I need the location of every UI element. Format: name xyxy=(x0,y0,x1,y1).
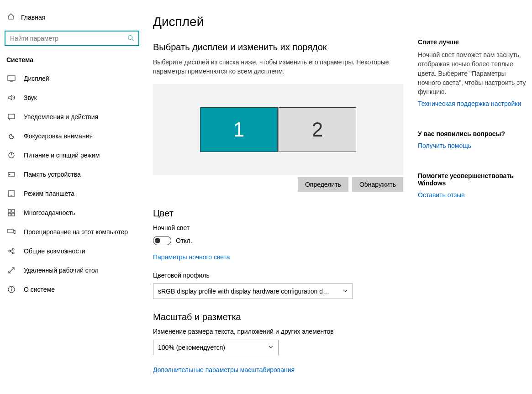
nav-sound[interactable]: Звук xyxy=(5,88,139,107)
nav-about[interactable]: О системе xyxy=(5,280,139,299)
nav-label: Звук xyxy=(24,94,37,101)
nav-storage[interactable]: Память устройства xyxy=(5,165,139,184)
right-panel: Спите лучше Ночной свет поможет вам засн… xyxy=(409,15,527,394)
nav-label: Питание и спящий режим xyxy=(24,152,100,159)
toggle-state-label: Откл. xyxy=(176,237,192,244)
svg-point-0 xyxy=(128,35,132,39)
nav-label: О системе xyxy=(24,286,55,293)
rp-fb-link[interactable]: Оставить отзыв xyxy=(418,191,465,199)
svg-line-19 xyxy=(11,250,12,251)
color-heading: Цвет xyxy=(153,208,409,219)
search-icon xyxy=(127,35,134,42)
nav-remote[interactable]: Удаленный рабочий стол xyxy=(5,261,139,280)
nav-projecting[interactable]: Проецирование на этот компьютер xyxy=(5,222,139,242)
remote-icon xyxy=(7,266,16,274)
color-profile-select[interactable]: sRGB display profile with display hardwa… xyxy=(153,284,353,299)
section-scale: Масштаб и разметка Изменение размера тек… xyxy=(153,312,409,373)
nav-notifications[interactable]: Уведомления и действия xyxy=(5,107,139,126)
nav-home[interactable]: Главная xyxy=(5,9,139,25)
rp-fb-title: Помогите усовершенствовать Windows xyxy=(418,172,527,187)
tablet-icon xyxy=(7,189,16,198)
nav-label: Фокусировка внимания xyxy=(24,132,93,140)
storage-icon xyxy=(7,170,16,179)
multitask-icon xyxy=(7,209,16,217)
content: Дисплей Выбрать дисплеи и изменить их по… xyxy=(153,15,409,394)
svg-rect-11 xyxy=(8,210,11,212)
search-input[interactable] xyxy=(10,35,127,42)
svg-rect-14 xyxy=(12,213,15,216)
night-light-toggle[interactable] xyxy=(153,236,171,245)
advanced-scale-link[interactable]: Дополнительные параметры масштабирования xyxy=(153,366,295,373)
focus-icon xyxy=(7,132,16,140)
svg-point-16 xyxy=(9,250,11,252)
nav-focus[interactable]: Фокусировка внимания xyxy=(5,126,139,146)
svg-rect-4 xyxy=(8,114,15,119)
power-icon xyxy=(7,151,16,159)
nav-power[interactable]: Питание и спящий режим xyxy=(5,146,139,165)
monitor-1[interactable]: 1 xyxy=(200,107,278,152)
nav-label: Удаленный рабочий стол xyxy=(24,267,99,274)
sound-icon xyxy=(7,94,16,102)
nav-label: Многозадачность xyxy=(24,209,75,216)
about-icon xyxy=(7,285,16,294)
rp-questions: У вас появились вопросы? Получить помощь xyxy=(418,130,527,149)
scale-label: Изменение размера текста, приложений и д… xyxy=(153,328,409,335)
category-title: Система xyxy=(6,56,139,63)
display-icon xyxy=(7,74,16,83)
svg-rect-15 xyxy=(8,229,13,233)
night-light-settings-link[interactable]: Параметры ночного света xyxy=(153,253,230,261)
scale-value: 100% (рекомендуется) xyxy=(158,344,225,351)
nav-home-label: Главная xyxy=(21,14,45,21)
rp-q-title: У вас появились вопросы? xyxy=(418,130,527,137)
nav-shared[interactable]: Общие возможности xyxy=(5,242,139,261)
rp-feedback: Помогите усовершенствовать Windows Остав… xyxy=(418,172,527,199)
nav-label: Проецирование на этот компьютер xyxy=(24,228,128,236)
svg-point-24 xyxy=(11,288,12,289)
color-profile-value: sRGB display profile with display hardwa… xyxy=(158,288,329,295)
nav-label: Уведомления и действия xyxy=(24,113,98,121)
chevron-down-icon xyxy=(268,344,274,351)
home-icon xyxy=(7,13,15,21)
night-light-toggle-row: Откл. xyxy=(153,236,409,245)
rp-sleep-text: Ночной свет поможет вам заснуть, отображ… xyxy=(418,50,527,96)
chevron-down-icon xyxy=(342,288,348,295)
sidebar: Главная Система Дисплей Звук Уведомления… xyxy=(0,0,144,394)
identify-button[interactable]: Определить xyxy=(298,177,348,192)
nav-display[interactable]: Дисплей xyxy=(5,69,139,88)
svg-point-8 xyxy=(9,174,10,175)
nav-tablet[interactable]: Режим планшета xyxy=(5,184,139,203)
svg-rect-2 xyxy=(8,76,15,80)
rp-sleep-link[interactable]: Техническая поддержка настройки xyxy=(418,100,521,107)
section-arrange: Выбрать дисплеи и изменить их порядок Вы… xyxy=(153,42,409,192)
nav-label: Память устройства xyxy=(24,171,81,178)
rp-sleep-title: Спите лучше xyxy=(418,38,527,46)
rp-sleep: Спите лучше Ночной свет поможет вам засн… xyxy=(418,38,527,107)
display-arrange-area[interactable]: 1 2 xyxy=(153,84,403,175)
shared-icon xyxy=(7,247,16,255)
notifications-icon xyxy=(7,113,16,121)
rp-q-link[interactable]: Получить помощь xyxy=(418,142,471,149)
scale-heading: Масштаб и разметка xyxy=(153,312,409,322)
monitor-2[interactable]: 2 xyxy=(279,107,356,152)
search-box[interactable] xyxy=(5,31,139,46)
page-title: Дисплей xyxy=(153,15,409,29)
nav-multitask[interactable]: Многозадачность xyxy=(5,203,139,222)
detect-button[interactable]: Обнаружить xyxy=(352,177,403,192)
color-profile-label: Цветовой профиль xyxy=(153,272,409,279)
svg-rect-12 xyxy=(12,210,15,212)
svg-line-1 xyxy=(132,39,134,41)
arrange-desc: Выберите дисплей из списка ниже, чтобы и… xyxy=(153,58,409,76)
svg-line-21 xyxy=(9,268,14,273)
night-light-label: Ночной свет xyxy=(153,224,409,231)
project-icon xyxy=(7,228,16,236)
svg-line-20 xyxy=(11,252,12,252)
svg-rect-13 xyxy=(8,213,11,216)
svg-point-17 xyxy=(12,248,14,250)
main: Дисплей Выбрать дисплеи и изменить их по… xyxy=(144,0,532,394)
arrange-buttons: Определить Обнаружить xyxy=(153,177,403,192)
nav-label: Режим планшета xyxy=(24,190,74,197)
nav-label: Общие возможности xyxy=(24,247,85,255)
section-color: Цвет Ночной свет Откл. Параметры ночного… xyxy=(153,208,409,299)
scale-select[interactable]: 100% (рекомендуется) xyxy=(153,340,279,355)
svg-point-18 xyxy=(12,252,14,254)
